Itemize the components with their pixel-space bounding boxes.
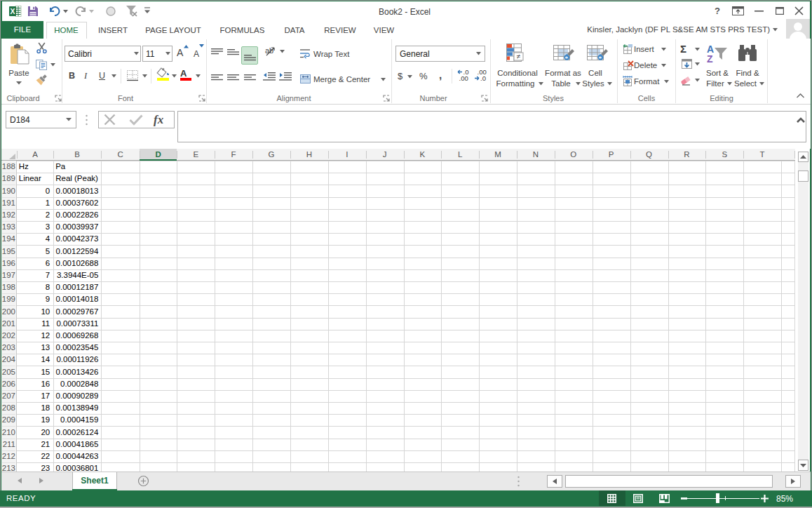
svg-text:Z: Z xyxy=(707,53,713,65)
svg-text:X: X xyxy=(10,7,15,15)
svg-text:≠: ≠ xyxy=(517,53,521,60)
svg-text:.00: .00 xyxy=(459,74,468,82)
svg-text:.0: .0 xyxy=(480,74,486,82)
